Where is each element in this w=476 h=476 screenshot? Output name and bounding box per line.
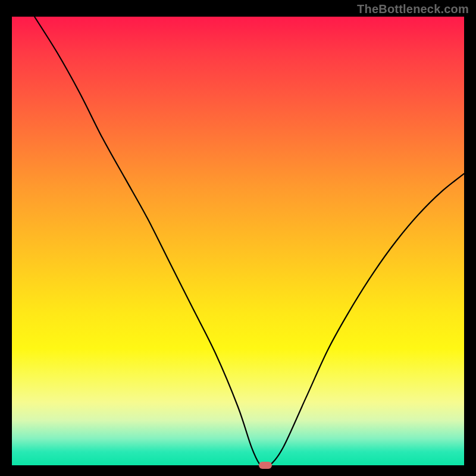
curve-path	[35, 17, 464, 468]
chart-frame: TheBottleneck.com	[0, 0, 476, 476]
watermark-text: TheBottleneck.com	[357, 2, 469, 16]
plot-area	[12, 17, 464, 465]
bottleneck-curve	[12, 17, 464, 465]
minimum-marker	[259, 462, 272, 469]
